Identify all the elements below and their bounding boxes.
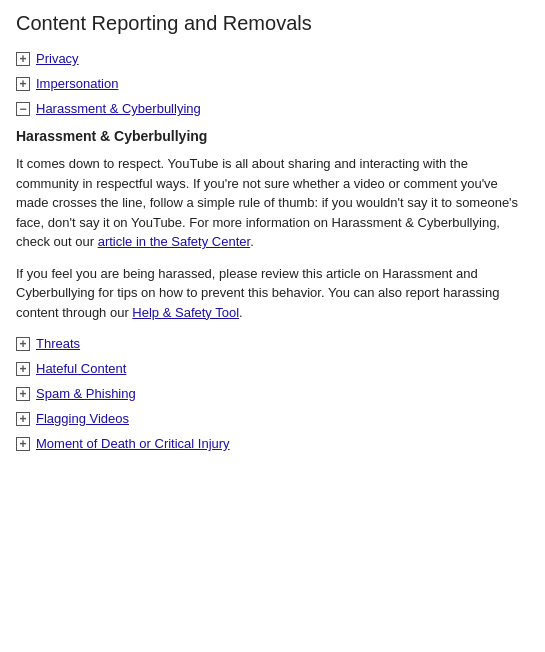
section-impersonation: + Impersonation xyxy=(16,76,529,91)
expand-hateful-icon[interactable]: + xyxy=(16,362,30,376)
expand-impersonation-icon[interactable]: + xyxy=(16,77,30,91)
page-title: Content Reporting and Removals xyxy=(16,12,529,35)
flagging-videos-link[interactable]: Flagging Videos xyxy=(36,411,129,426)
collapse-harassment-icon[interactable]: − xyxy=(16,102,30,116)
expand-threats-icon[interactable]: + xyxy=(16,337,30,351)
spam-phishing-link[interactable]: Spam & Phishing xyxy=(36,386,136,401)
section-spam-phishing: + Spam & Phishing xyxy=(16,386,529,401)
moment-of-death-link[interactable]: Moment of Death or Critical Injury xyxy=(36,436,230,451)
harassment-link[interactable]: Harassment & Cyberbullying xyxy=(36,101,201,116)
expand-moment-icon[interactable]: + xyxy=(16,437,30,451)
expand-privacy-icon[interactable]: + xyxy=(16,52,30,66)
section-flagging-videos: + Flagging Videos xyxy=(16,411,529,426)
help-safety-tool-link[interactable]: Help & Safety Tool xyxy=(132,305,239,320)
safety-center-link[interactable]: article in the Safety Center xyxy=(98,234,250,249)
harassment-paragraph-2: If you feel you are being harassed, plea… xyxy=(16,264,529,323)
section-harassment: − Harassment & Cyberbullying xyxy=(16,101,529,116)
section-hateful-content: + Hateful Content xyxy=(16,361,529,376)
section-moment-of-death: + Moment of Death or Critical Injury xyxy=(16,436,529,451)
harassment-heading: Harassment & Cyberbullying xyxy=(16,128,529,144)
section-threats: + Threats xyxy=(16,336,529,351)
harassment-paragraph-1: It comes down to respect. YouTube is all… xyxy=(16,154,529,252)
expand-flagging-icon[interactable]: + xyxy=(16,412,30,426)
impersonation-link[interactable]: Impersonation xyxy=(36,76,118,91)
section-privacy: + Privacy xyxy=(16,51,529,66)
privacy-link[interactable]: Privacy xyxy=(36,51,79,66)
harassment-expanded-content: Harassment & Cyberbullying It comes down… xyxy=(16,128,529,322)
expand-spam-icon[interactable]: + xyxy=(16,387,30,401)
hateful-content-link[interactable]: Hateful Content xyxy=(36,361,126,376)
threats-link[interactable]: Threats xyxy=(36,336,80,351)
